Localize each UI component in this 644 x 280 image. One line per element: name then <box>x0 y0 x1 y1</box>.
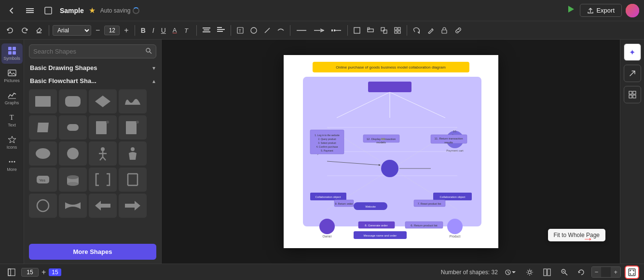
line-options-button[interactable] <box>329 27 344 34</box>
svg-text:2. Query product: 2. Query product <box>318 138 336 140</box>
fit-sparkle-button[interactable]: ✦ <box>624 43 641 61</box>
search-input[interactable] <box>33 48 142 55</box>
svg-point-41 <box>11 161 13 163</box>
shape-page[interactable] <box>89 115 117 140</box>
svg-rect-52 <box>126 121 137 134</box>
shape-circle[interactable] <box>59 141 87 166</box>
transform-button[interactable] <box>411 26 423 35</box>
distribute-button[interactable] <box>392 26 403 35</box>
svg-marker-4 <box>568 6 574 13</box>
font-size-increase[interactable]: + <box>122 25 131 36</box>
export-button[interactable]: Export <box>580 4 622 17</box>
add-page-button[interactable]: + <box>41 268 46 277</box>
shape-tape[interactable] <box>59 194 87 218</box>
sidebar-item-icons[interactable]: Icons <box>1 132 23 153</box>
zoom-level <box>601 271 611 274</box>
zoom-minus-button[interactable]: − <box>592 267 602 277</box>
play-button[interactable] <box>565 4 576 17</box>
redo-button[interactable] <box>18 25 31 36</box>
align-center-button[interactable] <box>200 26 213 35</box>
undo-button[interactable] <box>4 25 16 36</box>
svg-text:Product: Product <box>449 235 460 238</box>
back-button[interactable] <box>5 5 18 16</box>
sidebar-more-label: More <box>7 167 17 172</box>
canvas-icon[interactable] <box>41 5 55 16</box>
shape-arrow-right[interactable] <box>119 194 147 218</box>
underline-button[interactable]: U <box>159 25 168 36</box>
link-button[interactable] <box>452 26 465 35</box>
zoom-reset-button[interactable] <box>575 267 588 278</box>
font-size-input[interactable] <box>104 26 120 35</box>
shape-arrow-left[interactable] <box>89 194 117 218</box>
font-color-button[interactable]: A <box>170 25 179 35</box>
shape-parallelogram[interactable] <box>29 115 57 140</box>
arrow-out-button[interactable] <box>624 65 641 82</box>
align-options-button[interactable] <box>215 26 227 35</box>
font-family-select[interactable]: Arial Times New Roman Helvetica <box>53 25 91 36</box>
italic-button[interactable]: I <box>150 25 157 36</box>
shape-wave[interactable] <box>119 89 147 113</box>
font-size-decrease[interactable]: − <box>93 25 102 36</box>
panel-toggle-button[interactable] <box>5 266 18 278</box>
rect-solid-button[interactable] <box>365 26 376 35</box>
more-shapes-button[interactable]: More Shapes <box>29 244 156 260</box>
eraser-button[interactable] <box>33 25 45 36</box>
basic-drawing-section[interactable]: Basic Drawing Shapes ▾ <box>24 61 161 74</box>
line-color-button[interactable] <box>261 26 273 35</box>
settings-button[interactable] <box>523 266 536 278</box>
top-bar-left: Sample ★ Auto saving <box>5 5 139 16</box>
basic-flowchart-section[interactable]: Basic Flowchart Sha... ▴ <box>24 74 161 87</box>
shape-bracket-right[interactable] <box>119 168 147 192</box>
shape-bracket-left[interactable] <box>89 168 117 192</box>
sidebar-item-symbols[interactable]: Symbols <box>1 43 23 64</box>
svg-line-59 <box>100 157 103 160</box>
shapes-options-button[interactable] <box>502 267 519 278</box>
zoom-out-button[interactable] <box>558 266 571 278</box>
grid-button[interactable] <box>624 86 641 103</box>
connector-button[interactable] <box>275 26 287 35</box>
menu-button[interactable] <box>23 5 37 16</box>
fit-to-page-tooltip: Fit to Whole Page <box>548 229 605 241</box>
shape-stadium[interactable] <box>59 115 87 140</box>
shape-person[interactable] <box>89 141 117 166</box>
sidebar-item-more[interactable]: More <box>1 154 23 175</box>
shape-cylinder[interactable] <box>59 168 87 192</box>
shape-rectangle[interactable] <box>29 89 57 113</box>
arrange-button[interactable] <box>378 26 390 35</box>
sidebar-item-text[interactable]: T Text <box>1 110 23 130</box>
sidebar-item-graphs[interactable]: Graphs <box>1 88 23 108</box>
shape-decision[interactable]: Yes <box>29 168 57 192</box>
fit-to-page-button[interactable] <box>625 266 639 279</box>
star-icon[interactable]: ★ <box>89 6 96 15</box>
shape-rounded-rect[interactable] <box>59 89 87 113</box>
svg-point-66 <box>67 182 79 186</box>
shape-circle-hollow[interactable] <box>29 194 57 218</box>
shape-outline-button[interactable] <box>248 26 260 35</box>
sidebar-icons-label: Icons <box>7 145 17 150</box>
svg-rect-33 <box>8 51 12 55</box>
svg-rect-2 <box>26 12 34 13</box>
sep7 <box>407 25 407 36</box>
page-number-input[interactable]: 15 <box>21 268 39 277</box>
avatar[interactable] <box>626 4 639 17</box>
shape-person-alt[interactable] <box>119 141 147 166</box>
arrow-style-button[interactable] <box>311 27 327 34</box>
sidebar-item-pictures[interactable]: Pictures <box>1 66 23 86</box>
shape-diamond[interactable] <box>89 89 117 113</box>
svg-rect-26 <box>395 28 397 30</box>
svg-rect-9 <box>203 31 210 32</box>
canvas-area[interactable]: Online purchase of goods business model … <box>162 40 620 264</box>
edit-button[interactable] <box>425 26 437 35</box>
panels-button[interactable] <box>540 266 554 278</box>
text-box-button[interactable]: T <box>234 26 246 35</box>
svg-rect-32 <box>13 47 16 50</box>
text-format-button[interactable]: T <box>181 26 193 35</box>
shape-ellipse[interactable] <box>29 141 57 166</box>
bold-button[interactable]: B <box>138 25 148 36</box>
lock-button[interactable] <box>438 26 450 35</box>
zoom-plus-button[interactable]: + <box>611 267 620 277</box>
line-style-button[interactable] <box>294 27 309 34</box>
shape-note[interactable] <box>119 115 147 140</box>
toolbar: Arial Times New Roman Helvetica − + B I … <box>0 21 644 40</box>
rect-outline-button[interactable] <box>351 26 363 35</box>
